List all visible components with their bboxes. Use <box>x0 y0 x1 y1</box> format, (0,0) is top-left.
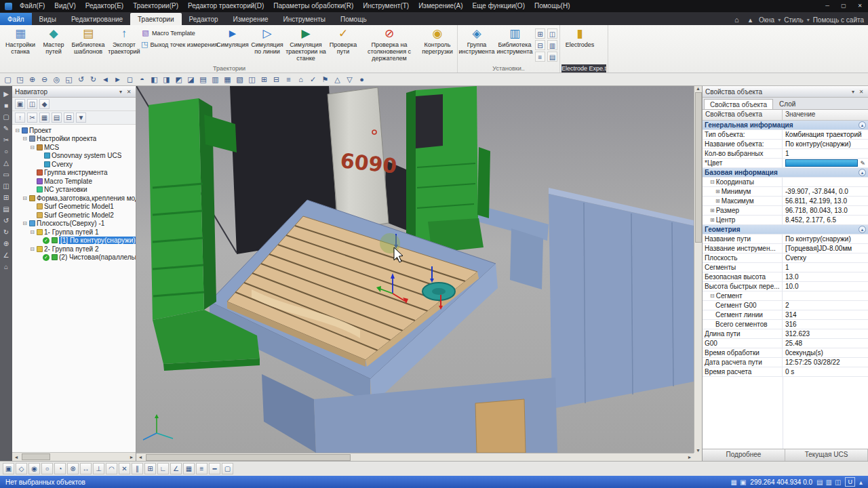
model-toggle-icon[interactable]: ▢ <box>222 463 233 474</box>
property-row[interactable]: Время расчета0 s <box>703 367 868 377</box>
expander-icon[interactable]: ⊞ <box>715 188 720 196</box>
scroll-thumb[interactable] <box>146 454 351 461</box>
nearest-snap-icon[interactable]: ✕ <box>119 463 130 474</box>
run-icon[interactable]: ▶ <box>1 89 12 99</box>
collapse-icon[interactable]: ⊟ <box>271 75 281 85</box>
tree-item[interactable]: NC установки <box>12 186 136 195</box>
tree-expander-icon[interactable]: ⊟ <box>29 229 35 235</box>
expander-icon[interactable]: ⊞ <box>715 197 720 205</box>
tree-item[interactable]: Osnovnay system UCS <box>12 152 136 161</box>
export-paths-button[interactable]: ↑Экспорт траекторий <box>107 25 141 64</box>
menu-item[interactable]: Файл(F) <box>15 0 50 12</box>
chevron-up-icon[interactable]: ▴ <box>745 15 755 25</box>
tree-item[interactable]: Surf Geometric Model1 <box>12 203 136 211</box>
tool-library-button[interactable]: ▥Библиотека инструмента <box>494 25 535 64</box>
shaded-icon[interactable]: ▦ <box>222 75 233 85</box>
property-group-header[interactable]: Генеральная информация▴ <box>703 121 868 130</box>
pin-icon[interactable]: ▾ <box>117 89 125 95</box>
property-row[interactable]: Дата расчета пути12:57:25 03/28/22 <box>703 358 868 367</box>
menu-item[interactable]: Вид(V) <box>50 0 80 12</box>
redo-icon[interactable]: ↻ <box>1 228 12 237</box>
ribbon-tab[interactable]: Редактирование <box>64 13 130 26</box>
scroll-left-icon[interactable]: ◄ <box>12 455 20 460</box>
link-item[interactable]: Окна <box>759 16 774 24</box>
expander-icon[interactable]: ⊟ <box>710 178 715 186</box>
tree-item[interactable]: ⊟Форма,заготовка,крепления модел <box>12 194 136 203</box>
filter-icon[interactable]: ▼ <box>76 113 86 123</box>
props-tab[interactable]: Свойства объекта <box>704 99 773 109</box>
tree-expander-icon[interactable]: ⊟ <box>22 220 28 226</box>
top-view-icon[interactable]: ◓ <box>137 75 147 85</box>
color-swatch[interactable] <box>785 159 858 167</box>
close-button[interactable]: ✕ <box>852 0 868 12</box>
menu-item[interactable]: Редактор(E) <box>81 0 128 12</box>
close-icon[interactable]: ✕ <box>125 89 133 95</box>
footer-button[interactable]: Текущая UCS <box>785 449 868 461</box>
intersection-snap-icon[interactable]: ⊗ <box>67 463 79 474</box>
dimetric-view-icon[interactable]: ◪ <box>186 75 196 85</box>
pick-box-icon[interactable]: ◳ <box>15 75 25 85</box>
tree-item[interactable]: ⊟Плоскость(Сверху) -1 <box>12 220 136 228</box>
lineweight-icon[interactable]: ━ <box>209 463 220 474</box>
property-row[interactable]: Название объекта:По контуру(снаружи) <box>703 140 868 149</box>
project-view-icon[interactable]: ▣ <box>15 99 25 109</box>
tree-expander-icon[interactable]: ⊟ <box>22 136 28 142</box>
menu-item[interactable]: Параметры обработки(R) <box>269 0 358 12</box>
tree-item[interactable]: ⊟1- Группа путей 1 <box>12 228 136 237</box>
list-icon[interactable]: ≡ <box>283 75 294 85</box>
column-value[interactable]: Значение <box>783 110 868 120</box>
template-library-button[interactable]: ▤Библиотека шаблонов <box>69 25 107 64</box>
property-row[interactable]: Название инструмен...[Торцевая]JD-8.00мм <box>703 244 868 253</box>
verify-icon[interactable]: ✓ <box>308 75 318 85</box>
ribbon-tab[interactable]: Траектории <box>130 13 181 26</box>
property-row[interactable]: ⊞Центр8.452, 2.177, 6.5 <box>703 216 868 225</box>
center-snap-icon[interactable]: ◉ <box>28 463 40 474</box>
refresh-icon[interactable]: ↻ <box>88 75 98 85</box>
property-row[interactable]: Тип объекта:Комбинация траекторий <box>703 130 868 140</box>
property-row[interactable]: ⊞Минимум-39.907, -37.844, 0.0 <box>703 187 868 197</box>
tree-item[interactable]: Cverxy <box>12 160 136 169</box>
hidden-line-icon[interactable]: ▥ <box>210 75 220 85</box>
tree-item[interactable]: Surf Geometric Model2 <box>12 211 136 220</box>
units-icon[interactable]: ▤ <box>816 479 823 486</box>
add-setup-icon[interactable]: ⊞ <box>535 28 545 39</box>
simulation-on-machine-button[interactable]: ▶Симуляция траектории на станке <box>285 25 327 64</box>
textured-icon[interactable]: ▧ <box>235 75 245 85</box>
property-row[interactable]: Сегмент G002 <box>703 301 868 310</box>
compare-icon[interactable]: ▥ <box>547 40 557 50</box>
quadrant-snap-icon[interactable]: ◔ <box>54 463 66 474</box>
scroll-right-icon[interactable]: ► <box>686 455 694 460</box>
property-row[interactable]: Название путиПо контуру(снаружи) <box>703 235 868 244</box>
endpoint-snap-icon[interactable]: ▣ <box>3 463 14 474</box>
property-row[interactable]: ⊞Размер96.718, 80.043, 13.0 <box>703 206 868 216</box>
ucs-icon[interactable]: ◆ <box>39 99 50 109</box>
expand-icon[interactable]: ⊞ <box>259 75 269 85</box>
cut-icon[interactable]: ✂ <box>27 113 37 123</box>
pin-icon[interactable]: ▾ <box>849 89 857 95</box>
group-collapse-icon[interactable]: ▴ <box>859 121 866 129</box>
grid-icon[interactable]: ⊞ <box>1 193 12 203</box>
copy-icon[interactable]: ▦ <box>39 113 50 123</box>
tree-item[interactable]: ⊟2- Группа путей 2 <box>12 245 136 253</box>
orbit-icon[interactable]: ↺ <box>76 75 86 85</box>
viewport-vscrollbar[interactable]: ▲ ▼ <box>694 86 702 453</box>
tree-item[interactable]: ⊟Настройки проекта <box>12 135 136 144</box>
perpendicular-snap-icon[interactable]: ⊥ <box>93 463 104 474</box>
move-up-icon[interactable]: ↑ <box>15 113 25 123</box>
tree-item[interactable]: ⊟MCS <box>12 143 136 152</box>
list-icon[interactable]: ≡ <box>535 52 545 62</box>
node-snap-icon[interactable]: ○ <box>41 463 53 474</box>
minimize-button[interactable]: ─ <box>819 0 835 12</box>
wireframe-icon[interactable]: ▤ <box>198 75 208 85</box>
paste-icon[interactable]: ▤ <box>52 113 62 123</box>
front-view-icon[interactable]: ◻ <box>125 75 135 85</box>
expander-icon[interactable]: ⊞ <box>710 207 715 215</box>
menu-item[interactable]: Помощь(H) <box>530 0 575 12</box>
edit-icon[interactable]: ✎ <box>1 124 12 134</box>
property-row[interactable]: Сегменты1 <box>703 263 868 272</box>
zoom-window-icon[interactable]: ◱ <box>64 75 74 85</box>
previous-view-icon[interactable]: ◄ <box>100 75 111 85</box>
add-icon[interactable]: ⊕ <box>1 239 12 249</box>
tree-expander-icon[interactable]: ⊟ <box>29 144 35 150</box>
tray-up-icon[interactable]: ▴ <box>859 479 863 486</box>
